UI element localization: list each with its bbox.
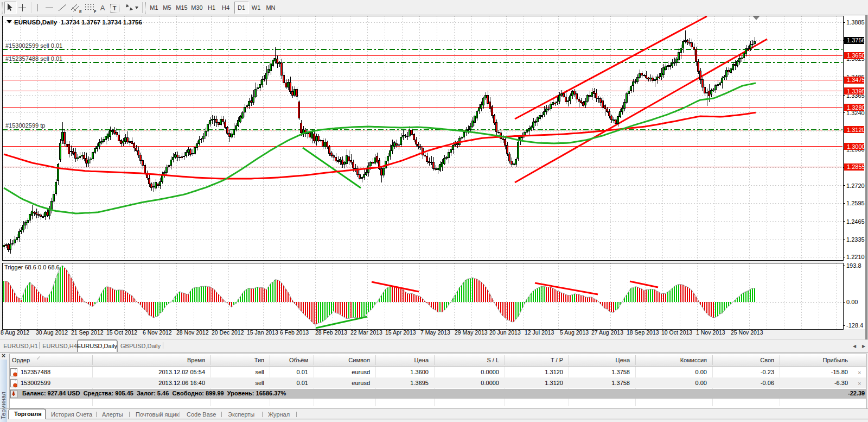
- svg-text:6 Feb 2013: 6 Feb 2013: [280, 329, 309, 336]
- svg-text:H4: H4: [222, 4, 229, 11]
- svg-text:◀: ◀: [853, 344, 857, 349]
- svg-text:-6.30: -6.30: [834, 380, 848, 386]
- svg-text:30 Aug 2012: 30 Aug 2012: [36, 329, 68, 336]
- svg-text:2013.12.02 05:54: 2013.12.02 05:54: [158, 369, 205, 375]
- svg-text:1.3758: 1.3758: [611, 380, 630, 386]
- svg-text:Символ: Символ: [348, 357, 370, 363]
- svg-text:10 Oct 2013: 10 Oct 2013: [661, 329, 692, 336]
- svg-text:×: ×: [858, 380, 861, 387]
- svg-text:1.3280: 1.3280: [847, 104, 865, 111]
- svg-text:15 Oct 2012: 15 Oct 2012: [106, 329, 137, 336]
- svg-text:1.3650: 1.3650: [847, 52, 865, 59]
- svg-text:1.3758: 1.3758: [611, 369, 630, 375]
- svg-text:1.3120: 1.3120: [545, 369, 563, 375]
- svg-text:История Счета: История Счета: [51, 411, 93, 418]
- svg-text:-0.06: -0.06: [761, 380, 774, 386]
- svg-text:sell: sell: [255, 380, 264, 386]
- svg-text:Журнал: Журнал: [268, 411, 290, 418]
- svg-text:21 Sep 2012: 21 Sep 2012: [71, 329, 104, 336]
- svg-text:eurusd: eurusd: [352, 380, 370, 386]
- svg-text:E: E: [79, 10, 82, 14]
- svg-text:-128.4: -128.4: [846, 322, 863, 329]
- svg-text:-0.23: -0.23: [761, 369, 774, 375]
- svg-text:29 May 2013: 29 May 2013: [455, 329, 488, 336]
- svg-text:28 Feb 2013: 28 Feb 2013: [315, 329, 347, 336]
- svg-text:MN: MN: [266, 4, 275, 11]
- svg-text:28 Nov 2012: 28 Nov 2012: [176, 329, 209, 336]
- svg-text:5 Aug 2013: 5 Aug 2013: [560, 329, 589, 336]
- svg-text:Комиссия: Комиссия: [680, 357, 707, 363]
- svg-text:1.2595: 1.2595: [846, 200, 865, 206]
- svg-text:Торговля: Торговля: [14, 411, 42, 417]
- svg-text:2013.12.06 16:40: 2013.12.06 16:40: [158, 380, 205, 386]
- svg-text:GBPUSD,Daily: GBPUSD,Daily: [120, 343, 161, 349]
- svg-text:sell: sell: [255, 369, 264, 375]
- svg-text:1.2210: 1.2210: [846, 254, 865, 260]
- svg-text:EURUSD,Daily: EURUSD,Daily: [77, 343, 117, 349]
- svg-text:0.0000: 0.0000: [481, 380, 499, 386]
- svg-text:Прибыль: Прибыль: [822, 357, 848, 363]
- svg-text:18 Sep 2013: 18 Sep 2013: [627, 329, 659, 336]
- svg-text:Объём: Объём: [289, 357, 308, 363]
- svg-text:M5: M5: [163, 4, 171, 11]
- svg-text:EURUSD,Daily 1.3734 1.3767 1.: EURUSD,Daily 1.3734 1.3767 1.3734 1.3756: [14, 19, 142, 26]
- svg-text:D1: D1: [238, 4, 245, 11]
- svg-text:0.00: 0.00: [695, 380, 707, 386]
- svg-text:Тип: Тип: [254, 357, 264, 363]
- svg-text:1.3756: 1.3756: [847, 37, 865, 43]
- svg-text:25 Nov 2013: 25 Nov 2013: [731, 329, 763, 336]
- svg-text:#152357488 sell 0.01: #152357488 sell 0.01: [5, 55, 62, 62]
- svg-text:1 Nov 2013: 1 Nov 2013: [696, 329, 725, 336]
- svg-text:-22.39: -22.39: [848, 390, 865, 396]
- svg-text:W1: W1: [252, 4, 261, 11]
- svg-text:1.2465: 1.2465: [846, 218, 865, 225]
- svg-text:1.3600: 1.3600: [410, 369, 429, 375]
- svg-text:0.00: 0.00: [846, 299, 858, 305]
- svg-text:T / P: T / P: [551, 357, 563, 363]
- svg-text:1.2855: 1.2855: [847, 163, 865, 170]
- svg-text:1.2720: 1.2720: [846, 182, 865, 189]
- svg-text:1.3120: 1.3120: [847, 127, 865, 133]
- svg-text:Терминал: Терминал: [0, 392, 7, 419]
- svg-text:T: T: [113, 5, 117, 11]
- svg-text:6 Nov 2012: 6 Nov 2012: [143, 329, 172, 336]
- svg-text:F: F: [94, 10, 97, 14]
- svg-text:M30: M30: [191, 4, 202, 11]
- svg-text:Code Base: Code Base: [187, 411, 216, 418]
- svg-text:0.01: 0.01: [297, 380, 308, 386]
- svg-text:Trigger 68.6 0.0 68.6: Trigger 68.6 0.0 68.6: [4, 264, 60, 270]
- svg-text:15 Apr 2013: 15 Apr 2013: [385, 329, 416, 336]
- svg-text:0.0000: 0.0000: [481, 369, 499, 375]
- svg-text:1.3120: 1.3120: [545, 380, 563, 386]
- svg-text:A: A: [100, 4, 105, 12]
- svg-text:-15.80: -15.80: [831, 369, 848, 375]
- svg-text:152357488: 152357488: [21, 369, 50, 375]
- svg-text:Цена: Цена: [414, 357, 429, 363]
- svg-text:1.3475: 1.3475: [847, 77, 865, 83]
- svg-text:M15: M15: [176, 4, 187, 11]
- svg-text:1.3395: 1.3395: [847, 88, 865, 95]
- svg-text:Время: Время: [187, 357, 205, 363]
- svg-text:×: ×: [2, 352, 5, 360]
- svg-text:Баланс: 927.84 USD Средства:: Баланс: 927.84 USD Средства: 905.45 Зало…: [22, 390, 286, 396]
- svg-text:Цена: Цена: [616, 357, 630, 363]
- svg-text:Ордер: Ордер: [12, 357, 30, 363]
- svg-text:EURUSD,H4: EURUSD,H4: [42, 343, 77, 349]
- svg-text:H1: H1: [208, 4, 215, 11]
- svg-text:0.01: 0.01: [297, 369, 308, 375]
- svg-text:8 Aug 2012: 8 Aug 2012: [1, 329, 29, 336]
- svg-text:1.2335: 1.2335: [846, 236, 865, 243]
- svg-text:15 Jan 2013: 15 Jan 2013: [247, 329, 278, 336]
- svg-text:22 Mar 2013: 22 Mar 2013: [350, 329, 382, 336]
- svg-text:Своп: Своп: [760, 357, 774, 363]
- svg-text:S / L: S / L: [487, 357, 499, 363]
- svg-text:Эксперты: Эксперты: [228, 411, 254, 418]
- svg-text:0.00: 0.00: [695, 369, 707, 375]
- svg-text:7 May 2013: 7 May 2013: [420, 329, 450, 336]
- svg-text:1.3000: 1.3000: [847, 143, 865, 150]
- svg-text:193.8: 193.8: [846, 262, 861, 269]
- svg-text:▶: ▶: [862, 344, 866, 349]
- svg-text:eurusd: eurusd: [352, 369, 370, 375]
- svg-text:#153002599 tp: #153002599 tp: [5, 122, 45, 129]
- svg-text:#153002599 sell 0.01: #153002599 sell 0.01: [5, 42, 62, 49]
